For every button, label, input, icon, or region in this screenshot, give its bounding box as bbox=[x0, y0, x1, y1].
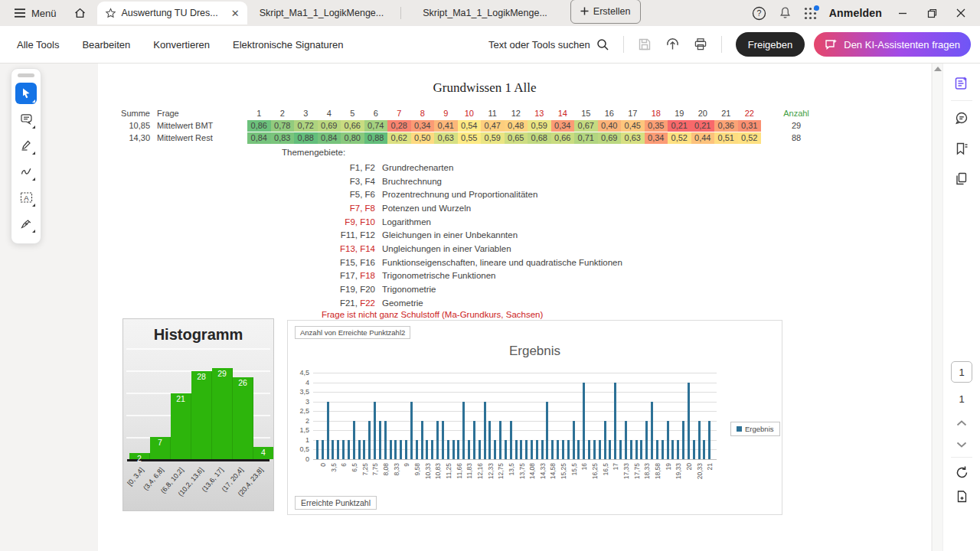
ergebnis-bar bbox=[645, 421, 648, 459]
ergebnis-bar bbox=[651, 402, 653, 459]
themen-label: Trigonometrie bbox=[382, 285, 436, 294]
frage-col-header: 7 bbox=[387, 108, 411, 119]
mittelwert-cell: 0,34 bbox=[411, 120, 435, 132]
ergebnis-bar bbox=[510, 421, 512, 459]
text-box-icon: A bbox=[20, 191, 33, 204]
frage-col-header: 14 bbox=[551, 108, 575, 119]
gridline bbox=[313, 459, 717, 460]
tab-close-icon[interactable]: ✕ bbox=[231, 8, 240, 19]
x-tick-label: 10,83 bbox=[434, 463, 442, 479]
rotate-page-button[interactable] bbox=[943, 459, 980, 485]
signin-button[interactable]: Anmelden bbox=[829, 7, 882, 19]
current-page-input[interactable]: 1 bbox=[951, 361, 972, 383]
home-button[interactable] bbox=[66, 0, 94, 26]
mittelwert-cell: 0,52 bbox=[738, 132, 762, 144]
nav-e-signaturen[interactable]: Elektronische Signaturen bbox=[233, 39, 344, 51]
tab-skript-2[interactable]: Skript_Ma1_1_LogikMenge... bbox=[413, 0, 557, 26]
notifications-bell-icon[interactable] bbox=[779, 6, 792, 20]
row-label: Mittelwert BMT bbox=[150, 121, 247, 130]
comments-panel-button[interactable] bbox=[943, 103, 980, 133]
ergebnis-bar bbox=[488, 421, 491, 459]
mittelwert-cell: 0,45 bbox=[621, 120, 645, 132]
window-minimize-button[interactable] bbox=[894, 0, 911, 26]
text-box-tool-button[interactable]: A bbox=[15, 187, 37, 208]
comment-tool-button[interactable] bbox=[15, 109, 37, 130]
previous-page-button[interactable] bbox=[943, 412, 980, 434]
tab-auswertung[interactable]: Auswertung TU Dres... ✕ bbox=[97, 2, 247, 24]
ergebnis-bar bbox=[421, 421, 423, 459]
divider bbox=[951, 457, 972, 458]
bar-value-label: 21 bbox=[171, 394, 191, 403]
ergebnis-bar bbox=[358, 440, 361, 459]
axis-field-button[interactable]: Erreichte Punktzahl bbox=[295, 496, 377, 510]
table-row: 14,30Mittelwert Rest0,840,830,880,840,80… bbox=[106, 132, 813, 144]
page-thumbnails-button[interactable] bbox=[943, 164, 980, 194]
y-tick-label: 0,5 bbox=[289, 445, 309, 453]
sign-tool-button[interactable] bbox=[15, 213, 37, 234]
next-page-button[interactable] bbox=[943, 434, 980, 455]
bar-value-label: 4 bbox=[253, 448, 273, 457]
ergebnis-bar bbox=[619, 440, 622, 459]
tab-separator bbox=[400, 7, 401, 19]
mittelwert-cell: 0,71 bbox=[574, 132, 598, 144]
search-button[interactable]: Text oder Tools suchen bbox=[488, 38, 609, 51]
hamburger-icon bbox=[14, 8, 26, 18]
ergebnis-bar bbox=[593, 440, 596, 459]
window-restore-button[interactable] bbox=[923, 0, 940, 26]
highlight-tool-button[interactable] bbox=[15, 135, 37, 156]
insert-page-button[interactable] bbox=[943, 485, 980, 508]
nav-alle-tools[interactable]: Alle Tools bbox=[17, 39, 59, 51]
nav-bearbeiten[interactable]: Bearbeiten bbox=[82, 39, 130, 51]
create-button[interactable]: Erstellen bbox=[570, 0, 641, 24]
mittelwert-cell: 0,68 bbox=[528, 132, 551, 144]
x-tick-label: 16 bbox=[580, 463, 588, 470]
bar-value-label: 29 bbox=[212, 369, 232, 378]
ergebnis-bar bbox=[447, 440, 449, 459]
frage-col-header: 1 bbox=[247, 108, 271, 119]
draw-tool-button[interactable] bbox=[15, 161, 37, 182]
frage-col-header: 12 bbox=[505, 108, 528, 119]
x-tick-label: 6 bbox=[340, 463, 348, 467]
tab-skript-1[interactable]: Skript_Ma1_1_LogikMenge... bbox=[250, 0, 411, 26]
y-tick-label: 3 bbox=[289, 398, 309, 406]
share-label: Freigeben bbox=[748, 39, 793, 51]
ergebnis-bar bbox=[337, 440, 339, 459]
x-tick-label: 20 bbox=[685, 463, 693, 470]
bookmarks-panel-button[interactable] bbox=[943, 133, 980, 164]
histogram-chart: Histogramm 27212829264[0, 3,4](3,4, 6,8]… bbox=[122, 318, 274, 511]
ergebnis-bar bbox=[562, 440, 564, 459]
tab-label: Skript_Ma1_1_LogikMenge... bbox=[423, 8, 547, 18]
pivot-field-button[interactable]: Anzahl von Erreichte Punktzahl2 bbox=[295, 326, 410, 339]
frage-col-header: 20 bbox=[691, 108, 715, 119]
mittelwert-cell: 0,48 bbox=[505, 120, 528, 132]
themen-range: F11, F12 bbox=[98, 230, 375, 240]
comment-bubble-icon bbox=[20, 113, 33, 126]
select-tool-button[interactable] bbox=[15, 83, 37, 104]
ai-assistant-panel-button[interactable] bbox=[943, 68, 980, 99]
ai-assistant-button[interactable]: Den KI-Assistenten fragen bbox=[814, 32, 971, 57]
apps-grid-button[interactable] bbox=[804, 7, 817, 20]
x-tick-label: 8,33 bbox=[393, 463, 400, 476]
ergebnis-bar bbox=[436, 421, 439, 459]
plus-icon bbox=[580, 7, 589, 15]
scroll-up-arrow-icon[interactable] bbox=[934, 67, 942, 71]
print-icon[interactable] bbox=[694, 37, 707, 51]
nav-konvertieren[interactable]: Konvertieren bbox=[153, 39, 210, 51]
panel-drag-handle[interactable] bbox=[18, 73, 34, 77]
frage-col-header: 8 bbox=[411, 108, 435, 119]
vertical-scrollbar[interactable] bbox=[932, 64, 943, 551]
share-button[interactable]: Freigeben bbox=[736, 32, 805, 57]
help-icon[interactable]: ? bbox=[752, 6, 766, 21]
upload-share-icon[interactable] bbox=[665, 37, 680, 51]
grundwissen-table: SummeFrage123456789101112131415161718192… bbox=[106, 107, 813, 144]
star-icon bbox=[105, 8, 116, 19]
mittelwert-cell: 0,50 bbox=[411, 132, 435, 144]
themen-item: F15, F16Funktionseigenschaften, lineare … bbox=[98, 256, 622, 269]
menu-button[interactable]: Menü bbox=[8, 0, 63, 26]
window-close-button[interactable] bbox=[952, 0, 969, 26]
y-tick-label: 2,5 bbox=[289, 407, 309, 415]
ergebnis-bar bbox=[698, 421, 701, 459]
mittelwert-cell: 0,55 bbox=[458, 132, 482, 144]
x-tick-label: 13,5 bbox=[508, 463, 515, 476]
ergebnis-bar bbox=[322, 440, 324, 459]
